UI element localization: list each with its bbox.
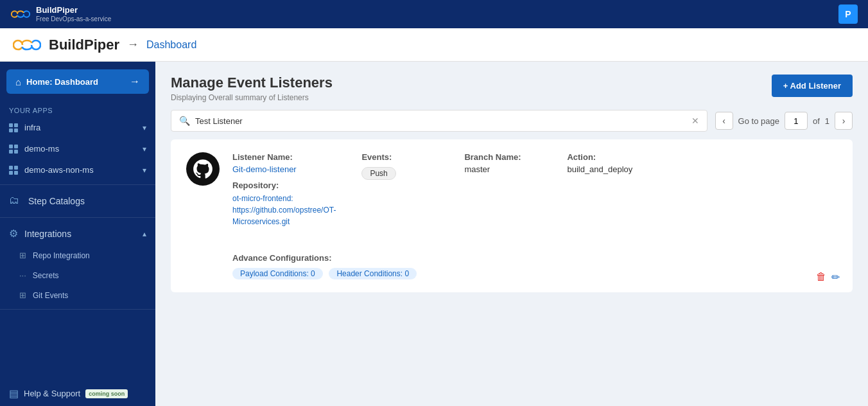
help-icon: ▤ (9, 387, 19, 400)
sidebar-divider-3 (0, 309, 155, 310)
card-area: Listener Name: Git-demo-listener Reposit… (155, 139, 868, 406)
app-name-demo-aws-non-ms: demo-aws-non-ms (24, 165, 94, 175)
home-arrow-icon: → (130, 76, 140, 87)
sidebar-item-step-catalogs[interactable]: 🗂 Step Catalogs (0, 189, 155, 213)
search-box: 🔍 ✕ (171, 110, 707, 132)
secrets-icon: ··· (19, 270, 26, 280)
branch-value: master (464, 164, 541, 174)
sidebar-subitem-repo-integration[interactable]: ⊞ Repo Integration (0, 245, 155, 265)
card-actions: 🗑 ✏ (816, 271, 840, 283)
events-field: Events: Push (361, 152, 438, 227)
secrets-label: Secrets (33, 271, 59, 280)
repository-label: Repository: (232, 181, 336, 190)
page-number-input[interactable] (785, 112, 808, 130)
sidebar-item-demo-aws-non-ms[interactable]: demo-aws-non-ms ▾ (0, 159, 155, 181)
prev-page-button[interactable]: ‹ (715, 112, 733, 130)
events-badge: Push (361, 167, 395, 180)
page-title: Manage Event Listeners (171, 75, 333, 91)
repository-link[interactable]: ot-micro-frontend:https://github.com/ops… (232, 193, 336, 227)
git-events-label: Git Events (33, 291, 68, 300)
action-label: Action: (567, 152, 644, 162)
topbar-brand-name: BuildPiper (36, 5, 111, 15)
brand-name: BuildPiper (49, 37, 119, 53)
branch-field: Branch Name: master (464, 152, 541, 227)
search-icon: 🔍 (179, 116, 190, 126)
advance-config-field: Advance Configurations: Payload Conditio… (232, 253, 421, 279)
app-name-infra: infra (24, 123, 40, 132)
chevron-down-icon: ▾ (143, 123, 146, 132)
search-row: 🔍 ✕ ‹ Go to page of 1 › (155, 110, 868, 139)
user-avatar[interactable]: P (838, 4, 858, 24)
home-button-label: Home: Dashboard (26, 77, 98, 87)
listener-card: Listener Name: Git-demo-listener Reposit… (171, 139, 853, 292)
main-layout: ⌂ Home: Dashboard → Your Apps infra ▾ de… (0, 62, 868, 406)
add-listener-button[interactable]: + Add Listener (772, 75, 853, 97)
listener-name-field: Listener Name: Git-demo-listener Reposit… (232, 152, 336, 227)
next-page-button[interactable]: › (835, 112, 853, 130)
goto-label: Go to page (738, 116, 779, 126)
delete-button[interactable]: 🗑 (816, 271, 826, 283)
sidebar-item-infra[interactable]: infra ▾ (0, 117, 155, 138)
chevron-up-icon: ▴ (143, 229, 146, 238)
help-label: Help & Support (24, 389, 80, 398)
buildpiper-logo-icon (10, 7, 31, 21)
sidebar-subitem-secrets[interactable]: ··· Secrets (0, 265, 155, 285)
content-area: Manage Event Listeners Displaying Overal… (155, 62, 868, 406)
github-icon (192, 158, 214, 180)
git-events-icon: ⊞ (19, 290, 26, 300)
chevron-down-icon: ▾ (143, 145, 146, 154)
sidebar-item-help-support[interactable]: ▤ Help & Support coming soon (0, 381, 155, 406)
payload-conditions-badge[interactable]: Payload Conditions: 0 (232, 268, 323, 279)
sidebar-item-integrations[interactable]: ⚙ Integrations ▴ (0, 222, 155, 245)
listener-name-label: Listener Name: (232, 152, 336, 162)
clear-icon[interactable]: ✕ (691, 116, 699, 126)
page-subtitle: Displaying Overall summary of Listeners (171, 93, 333, 102)
card-details: Listener Name: Git-demo-listener Reposit… (232, 152, 837, 279)
step-catalogs-label: Step Catalogs (28, 196, 85, 206)
listener-name-value: Git-demo-listener (232, 164, 336, 174)
topbar-tagline: Free DevOps-as-a-service (36, 15, 111, 23)
app-name-demo-ms: demo-ms (24, 144, 59, 154)
advance-label: Advance Configurations: (232, 253, 421, 263)
sidebar-item-demo-ms[interactable]: demo-ms ▾ (0, 138, 155, 159)
branch-label: Branch Name: (464, 152, 541, 162)
home-icon: ⌂ (15, 76, 21, 87)
pagination: ‹ Go to page of 1 › (715, 112, 853, 130)
repo-icon: ⊞ (19, 251, 26, 260)
brand-logo-icon (13, 35, 41, 55)
sidebar-divider (0, 184, 155, 185)
integrations-icon: ⚙ (9, 227, 18, 240)
home-dashboard-button[interactable]: ⌂ Home: Dashboard → (6, 69, 149, 94)
brand-bar: BuildPiper → Dashboard (0, 28, 868, 62)
of-label: of (813, 116, 820, 126)
app-grid-icon (9, 145, 18, 154)
your-apps-label: Your Apps (0, 102, 155, 117)
top-bar: BuildPiper Free DevOps-as-a-service P (0, 0, 868, 28)
sidebar-divider-2 (0, 217, 155, 218)
chevron-down-icon: ▾ (143, 166, 146, 175)
app-grid-icon (9, 123, 18, 132)
repo-integration-label: Repo Integration (33, 251, 90, 260)
action-value: build_and_deploy (567, 164, 644, 174)
app-grid-icon (9, 166, 18, 175)
breadcrumb-dashboard[interactable]: Dashboard (146, 39, 196, 51)
action-field: Action: build_and_deploy (567, 152, 644, 227)
brand-arrow-icon: → (127, 38, 139, 51)
catalog-icon: 🗂 (9, 195, 22, 207)
sidebar: ⌂ Home: Dashboard → Your Apps infra ▾ de… (0, 62, 155, 406)
search-input[interactable] (195, 116, 686, 126)
edit-button[interactable]: ✏ (831, 271, 840, 283)
total-pages: 1 (825, 116, 829, 126)
header-conditions-badge[interactable]: Header Conditions: 0 (329, 268, 417, 279)
events-label: Events: (361, 152, 438, 162)
coming-soon-badge: coming soon (85, 389, 128, 398)
content-header: Manage Event Listeners Displaying Overal… (155, 62, 868, 110)
top-bar-logo: BuildPiper Free DevOps-as-a-service (10, 5, 111, 23)
github-avatar (186, 152, 220, 186)
sidebar-subitem-git-events[interactable]: ⊞ Git Events (0, 285, 155, 305)
integrations-label: Integrations (24, 229, 71, 239)
